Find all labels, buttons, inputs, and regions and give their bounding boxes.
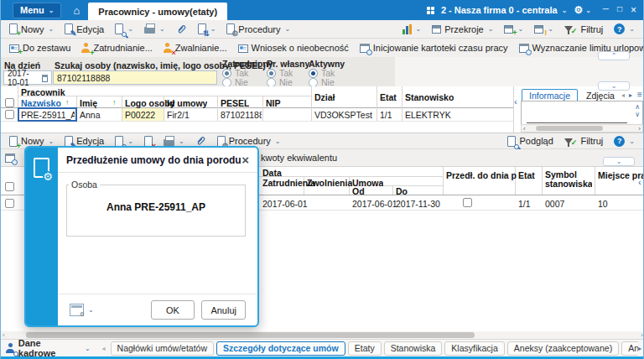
tabs-scroll-right-icon[interactable]: ▸: [629, 91, 632, 99]
cell-zatrudnienia[interactable]: 2017-06-01: [262, 199, 308, 209]
s2-filter-button[interactable]: ✓ Filtruj: [560, 133, 607, 148]
tab-stanowiska[interactable]: Stanowiska: [384, 341, 443, 356]
minimize-button[interactable]: ─: [603, 4, 609, 16]
maximize-button[interactable]: □: [617, 4, 622, 16]
cell-przedl-checkbox[interactable]: [463, 198, 472, 209]
scroll-left-icon[interactable]: ‹: [3, 331, 5, 339]
cell-do[interactable]: 2017-11-30: [396, 199, 440, 209]
tab-etaty[interactable]: Etaty: [348, 341, 382, 356]
collapse-panel-right-button[interactable]: ‹: [638, 177, 641, 187]
col-header-od[interactable]: Od: [352, 186, 365, 196]
dialog-options-button[interactable]: ⌄: [70, 304, 94, 316]
cell-symbol[interactable]: 0007: [545, 199, 564, 209]
preview-button[interactable]: ⌄: [111, 22, 138, 36]
wyliczanie-kwoty-label[interactable]: kwoty ekwiwalentu: [261, 153, 337, 163]
cross-sections-button[interactable]: Przekroje ⌄: [428, 23, 497, 36]
menu-button[interactable]: Menu ⌄: [13, 3, 61, 18]
scrollbar-thumb[interactable]: [26, 332, 475, 338]
col-header-etat[interactable]: Etat: [380, 92, 397, 102]
col-header-miejsce[interactable]: Miejsce pracy: [598, 170, 644, 180]
col-header-id-umowy[interactable]: Id umowy: [167, 98, 207, 108]
tab-aneksy-do-akceptacji[interactable]: Aneksy (do akceptacji): [621, 341, 638, 356]
scroll-right-icon[interactable]: ›: [638, 125, 641, 133]
info-panel-hscrollbar[interactable]: ‹ ›: [521, 124, 643, 133]
col-header-imie[interactable]: Imię: [80, 98, 97, 108]
tab-naglowki[interactable]: Nagłówki umów/etatów: [111, 341, 214, 356]
collapse-filter-button[interactable]: ⌄: [598, 81, 630, 91]
select-all-checkbox[interactable]: [5, 98, 14, 109]
print-button[interactable]: ⌄: [140, 23, 169, 35]
sort-asc-icon[interactable]: ↑: [112, 98, 117, 107]
document-tab[interactable]: Pracownicy - umowy(etaty): [88, 3, 227, 20]
cell-imie[interactable]: Anna: [80, 110, 120, 120]
close-button[interactable]: ×: [631, 4, 636, 16]
scroll-left-icon[interactable]: ‹: [523, 125, 526, 133]
edit-button[interactable]: ✎ Edycja: [60, 22, 108, 36]
inicjowanie-kartoteki-button[interactable]: Inicjowanie kartoteki czasu pracy: [356, 41, 512, 55]
row-checkbox[interactable]: [5, 199, 14, 210]
collapse-panel-left-button[interactable]: ‹: [514, 96, 517, 107]
scroll-right-icon[interactable]: ›: [641, 331, 643, 339]
s2-help-button[interactable]: ? ⌄: [610, 134, 639, 148]
scroll-up-icon[interactable]: ∧: [635, 103, 640, 111]
col-header-przedl[interactable]: Przedł. do dnia porodu: [446, 170, 517, 180]
ok-button[interactable]: OK: [151, 300, 195, 320]
calendar-icon[interactable]: [42, 75, 48, 82]
calendar-calc-icon[interactable]: [5, 153, 15, 163]
cell-dzial[interactable]: VD3OKSPTest: [314, 110, 375, 120]
home-icon[interactable]: ⌂: [73, 5, 80, 16]
sort-asc-icon[interactable]: ↑: [65, 98, 70, 107]
cell-logo-osoby[interactable]: P00222: [125, 110, 162, 120]
cell-etat[interactable]: 1/1: [380, 110, 402, 120]
cell-od[interactable]: 2017-06-01: [352, 199, 397, 209]
close-icon[interactable]: ×: [242, 153, 249, 167]
company-selector[interactable]: 2 - Nasza firma 0 - centrala ⌄: [441, 5, 568, 15]
scrollbar-thumb[interactable]: [536, 126, 603, 131]
filter-button[interactable]: ✓ Filtruj: [560, 22, 607, 37]
tab-aneksy-zaakceptowane[interactable]: Aneksy (zaakceptowane): [507, 341, 619, 356]
col-header-etat[interactable]: Etat: [518, 170, 535, 180]
col-header-do[interactable]: Do: [396, 186, 408, 196]
col-header-stanowisko[interactable]: Stanowisko: [405, 92, 454, 102]
zwalnianie-button[interactable]: × Zwalnianie...: [159, 41, 231, 55]
col-header-nip[interactable]: NIP: [266, 98, 281, 108]
tab-klasyfikacja[interactable]: Klasyfikacja: [444, 341, 504, 356]
tabs-scroll-left-icon[interactable]: ◂: [102, 345, 106, 352]
scroll-down-icon[interactable]: ∨: [635, 111, 640, 118]
cell-id-umowy[interactable]: Fir2/1: [167, 110, 216, 120]
cancel-button[interactable]: Anuluj: [201, 300, 246, 320]
horizontal-scrollbar[interactable]: ‹ ›: [1, 331, 644, 339]
attachment-button[interactable]: [172, 22, 191, 37]
wniosek-nieobecnosc-button[interactable]: Wniosek o nieobecność: [234, 41, 353, 55]
select-all-checkbox[interactable]: [5, 182, 14, 193]
col-header-zwolnienia[interactable]: Zwolnienia: [307, 178, 352, 188]
tabs-menu-icon[interactable]: ≡: [637, 90, 642, 99]
tabs-scroll-left-icon[interactable]: ◂: [621, 91, 625, 99]
add-panel-button[interactable]: + ⌄: [500, 23, 527, 35]
cell-miejsce[interactable]: 10: [598, 199, 608, 209]
settings-button[interactable]: ⚙ ⌄: [574, 4, 590, 16]
collapse-toolbar-button[interactable]: ⌃: [598, 51, 630, 60]
tabs-scroll-right-icon[interactable]: ▸: [638, 345, 641, 352]
procedures-button[interactable]: ⚙ Procedury ⌄: [222, 22, 294, 36]
cell-etat[interactable]: 1/1: [518, 199, 531, 209]
panel-warning-button[interactable]: ! ⌄: [530, 23, 558, 35]
help-button[interactable]: ? ⌄: [610, 22, 639, 36]
export-button[interactable]: ⇅ ⌄: [194, 22, 221, 36]
col-header-symbol[interactable]: Symbol stanowiska: [545, 170, 592, 189]
dane-kadrowe-button[interactable]: Dane kadrowe ⌄: [6, 338, 91, 358]
chart-button[interactable]: ⌄: [398, 23, 426, 36]
app-grid-icon[interactable]: [427, 7, 434, 14]
na-dzien-input[interactable]: 2017-10-01: [3, 70, 52, 85]
search-person-input[interactable]: 87102118888: [53, 70, 217, 85]
cell-pesel[interactable]: 87102118888: [221, 110, 262, 120]
s2-podglad-button[interactable]: Podgląd: [503, 134, 557, 148]
do-zestawu-button[interactable]: + Do zestawu: [5, 41, 75, 55]
cell-stanowisko[interactable]: ELEKTRYK: [405, 110, 506, 120]
row-checkbox[interactable]: [5, 110, 14, 121]
zatrudnianie-button[interactable]: + Zatrudnianie...: [77, 41, 156, 55]
new-button[interactable]: + Nowy ⌄: [5, 22, 58, 36]
col-header-dzial[interactable]: Dział: [314, 92, 335, 102]
s2-collapse-button[interactable]: ⌄: [603, 157, 635, 166]
cell-nazwisko[interactable]: PRE-25911_AP: [21, 110, 75, 120]
